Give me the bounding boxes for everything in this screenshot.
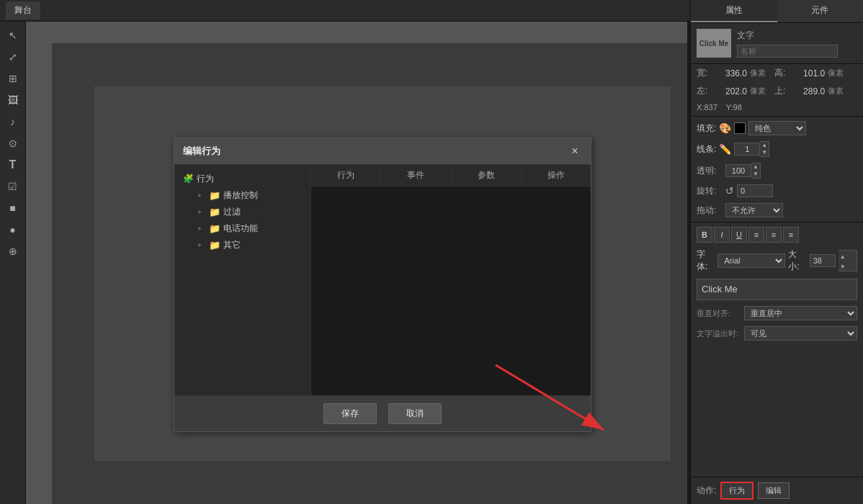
font-size-input[interactable]	[810, 254, 836, 267]
root-icon: 🧩	[183, 174, 194, 184]
col-header-action: 操作	[522, 165, 591, 186]
align-center-button[interactable]: ≡	[766, 227, 782, 243]
width-label: 宽:	[697, 67, 723, 79]
image-tool[interactable]: 🖼	[4, 91, 22, 109]
top-unit: 像素	[828, 86, 844, 96]
col-header-behavior: 行为	[311, 165, 381, 186]
font-select[interactable]: Arial	[717, 253, 785, 268]
left-toolbar: ↖ ⤢ ⊞ 🖼 ♪ ⊙ T ☑ ■ ● ⊕	[0, 22, 26, 504]
x-coord: X:837	[697, 103, 717, 112]
sound-tool[interactable]: ♪	[4, 112, 22, 131]
name-input[interactable]	[737, 45, 838, 58]
dialog-footer: 保存 取消	[174, 395, 591, 431]
panel-tabs: 属性 元件	[691, 0, 863, 23]
cancel-button[interactable]: 取消	[388, 403, 442, 424]
rotation-input[interactable]	[737, 184, 773, 197]
action-row: 动作: 行为 编辑	[691, 477, 863, 504]
dialog-columns-header: 行为 事件 参数 操作	[311, 165, 591, 186]
dialog-body: 🧩 行为 + 📁 播放控制 + 📁	[174, 165, 591, 395]
behavior-button[interactable]: 行为	[720, 482, 754, 500]
tab-components[interactable]: 元件	[777, 0, 864, 22]
top-label: 上:	[774, 85, 800, 97]
width-value: 336.0	[725, 68, 747, 78]
dialog-titlebar: 编辑行为 ×	[174, 138, 591, 165]
tree-root-item[interactable]: 🧩 行为	[180, 171, 305, 187]
height-unit: 像素	[828, 68, 844, 78]
align-left-button[interactable]: ≡	[748, 227, 764, 243]
stroke-down-arrow[interactable]: ▼	[760, 149, 769, 156]
rect-tool[interactable]: ■	[4, 199, 22, 217]
expand-icon-3: +	[197, 225, 206, 233]
preview-info: 文字	[737, 30, 838, 58]
underline-button[interactable]: U	[731, 227, 747, 243]
tab-properties[interactable]: 属性	[691, 0, 777, 22]
italic-button[interactable]: I	[714, 227, 730, 243]
opacity-down-arrow[interactable]: ▼	[751, 171, 760, 178]
dialog-overlay: 编辑行为 × 🧩 行为 + 📁 播放控制	[52, 43, 687, 504]
overflow-select[interactable]: 可见	[744, 326, 857, 341]
tree-item-phone[interactable]: + 📁 电话功能	[194, 220, 305, 237]
select-tool[interactable]: ↖	[4, 26, 22, 45]
top-value: 289.0	[803, 86, 825, 96]
tree-children: + 📁 播放控制 + 📁 过滤 + 📁	[180, 187, 305, 253]
valign-label: 垂直对齐:	[697, 308, 740, 319]
tree-item-label-4: 其它	[223, 239, 241, 251]
opacity-value-input[interactable]	[725, 164, 751, 177]
expand-icon-1: +	[197, 192, 206, 199]
fill-color-box[interactable]	[734, 122, 746, 134]
dialog-close-button[interactable]: ×	[568, 144, 582, 158]
tree-item-playcontrol[interactable]: + 📁 播放控制	[194, 187, 305, 204]
opacity-up-arrow[interactable]: ▲	[751, 163, 760, 171]
dialog-title: 编辑行为	[183, 145, 220, 158]
size-up-arrow[interactable]: ▲	[839, 253, 847, 260]
position-row: 左: 202.0 像素 上: 289.0 像素	[691, 82, 863, 100]
left-label: 左:	[697, 85, 723, 97]
drag-select[interactable]: 不允许	[725, 203, 783, 217]
text-tool[interactable]: T	[4, 156, 22, 174]
stroke-up-arrow[interactable]: ▲	[760, 142, 769, 149]
valign-row: 垂直对齐: 垂直居中	[691, 303, 863, 323]
edit-button[interactable]: 编辑	[758, 482, 790, 499]
size-down-arrow[interactable]: ▼	[839, 264, 847, 270]
folder-icon-2: 📁	[209, 207, 220, 217]
checkbox-tool[interactable]: ☑	[4, 177, 22, 196]
overflow-row: 文字溢出时: 可见	[691, 323, 863, 343]
tree-root: 🧩 行为 + 📁 播放控制 + 📁	[180, 171, 305, 253]
tree-root-label: 行为	[197, 173, 214, 185]
width-unit: 像素	[750, 68, 766, 78]
stroke-color-icon: ✏️	[719, 143, 731, 155]
align-right-button[interactable]: ≡	[783, 227, 799, 243]
folder-icon-1: 📁	[209, 190, 220, 201]
overflow-label: 文字溢出时:	[697, 328, 740, 339]
valign-select[interactable]: 垂直居中	[744, 306, 857, 320]
dialog-right-panel: 行为 事件 参数 操作	[311, 165, 591, 395]
left-value: 202.0	[725, 86, 747, 96]
height-label: 高:	[774, 67, 800, 79]
drag-row: 拖动: 不允许	[691, 200, 863, 220]
action-label: 动作:	[697, 485, 716, 497]
stage-tab[interactable]: 舞台	[6, 1, 40, 19]
opacity-label: 透明:	[697, 165, 723, 177]
expand-icon-4: +	[197, 241, 206, 249]
text-preview[interactable]: Click Me	[697, 279, 857, 300]
right-panel: 属性 元件 Click Me 文字 宽: 336.0 像素 高: 101.0 像…	[690, 0, 863, 504]
tree-item-filter[interactable]: + 📁 过滤	[194, 204, 305, 220]
fill-color-icon: 🎨	[719, 122, 731, 134]
tree-item-other[interactable]: + 📁 其它	[194, 237, 305, 253]
tree-item-label-3: 电话功能	[223, 222, 258, 235]
oval-tool[interactable]: ●	[4, 220, 22, 239]
stroke-row: 线条: ✏️ ▲ ▼	[691, 138, 863, 160]
coords-row: X:837 Y:98	[691, 100, 863, 114]
size-label: 大小:	[788, 248, 806, 273]
expand-icon-2: +	[197, 208, 206, 216]
movie-tool[interactable]: ⊙	[4, 134, 22, 153]
grid-tool[interactable]: ⊞	[4, 69, 22, 88]
panel-preview-row: Click Me 文字	[691, 23, 863, 64]
save-button[interactable]: 保存	[323, 403, 377, 424]
fill-type-select[interactable]: 纯色	[748, 121, 806, 135]
web-tool[interactable]: ⊕	[4, 242, 22, 261]
format-buttons: B I U ≡ ≡ ≡	[691, 224, 863, 246]
stroke-value-input[interactable]	[734, 143, 760, 156]
bold-button[interactable]: B	[697, 227, 712, 243]
transform-tool[interactable]: ⤢	[4, 48, 22, 66]
